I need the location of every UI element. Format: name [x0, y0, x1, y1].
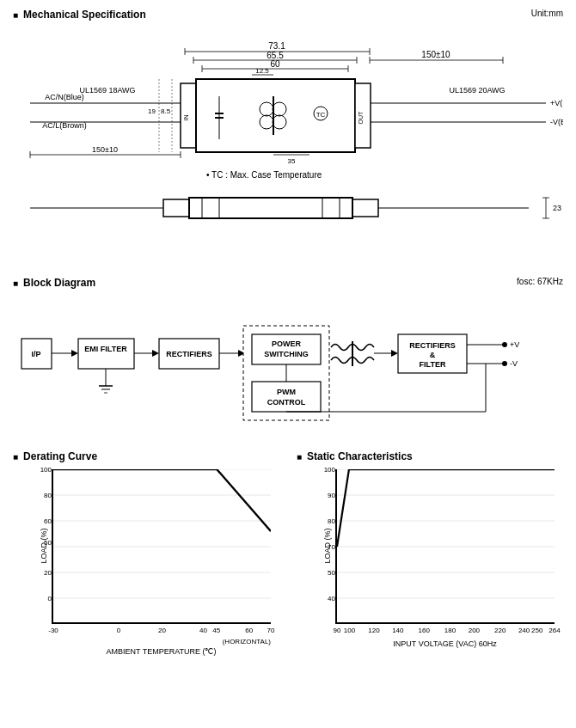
svg-rect-56	[189, 198, 352, 218]
svg-text:+V(Red): +V(Red)	[550, 99, 563, 107]
svg-point-99	[502, 342, 507, 347]
svg-text:I/P: I/P	[31, 350, 40, 358]
svg-text:POWER: POWER	[272, 340, 302, 348]
svg-text:&: &	[430, 351, 436, 359]
svg-marker-70	[71, 350, 78, 357]
svg-text:EMI FILTER: EMI FILTER	[84, 345, 127, 353]
svg-text:+V: +V	[510, 340, 519, 349]
svg-text:73.1: 73.1	[268, 41, 285, 51]
svg-rect-71	[78, 339, 134, 369]
svg-rect-17	[196, 79, 355, 152]
svg-text:-V(Black): -V(Black)	[550, 118, 563, 126]
derating-x-label: AMBIENT TEMPERATURE (℃)	[52, 647, 271, 656]
svg-text:RECTIFIERS: RECTIFIERS	[409, 341, 456, 350]
svg-text:PWM: PWM	[277, 388, 296, 396]
svg-text:• TC : Max. Case Temperature: • TC : Max. Case Temperature	[206, 170, 322, 180]
svg-rect-57	[352, 199, 378, 217]
svg-text:UL1569 18AWG: UL1569 18AWG	[79, 86, 135, 95]
svg-text:UL1569 20AWG: UL1569 20AWG	[449, 86, 505, 95]
svg-text:TC: TC	[316, 111, 326, 119]
svg-text:23: 23	[553, 204, 561, 212]
svg-text:12.5: 12.5	[255, 67, 269, 75]
derating-chart-container: Derating Curve LOAD (%)	[13, 450, 279, 656]
svg-text:19: 19	[148, 107, 156, 115]
svg-text:60: 60	[270, 59, 280, 69]
charts-row: Derating Curve LOAD (%)	[13, 450, 563, 656]
static-title: Static Characteristics	[297, 450, 563, 462]
svg-marker-93	[391, 350, 398, 357]
derating-horizontal-label: (HORIZONTAL)	[52, 638, 271, 645]
block-title: Block Diagram	[13, 277, 95, 289]
svg-text:8.5: 8.5	[161, 107, 171, 115]
svg-text:RECTIFIERS: RECTIFIERS	[166, 350, 212, 358]
svg-text:OUT: OUT	[358, 111, 364, 125]
static-chart: LOAD (%) 100	[335, 469, 555, 624]
svg-text:150±10: 150±10	[421, 50, 450, 59]
svg-rect-87	[252, 382, 321, 412]
mechanical-title: Mechanical Specification	[13, 9, 563, 21]
block-diagram: I/P EMI FILTER RECTIFIERS	[13, 300, 563, 437]
svg-text:SWITCHING: SWITCHING	[264, 350, 309, 358]
static-chart-container: Static Characteristics LOAD (%)	[297, 450, 563, 656]
svg-text:150±10: 150±10	[92, 145, 118, 154]
svg-text:35: 35	[288, 157, 296, 165]
svg-text:AC/L(Brown): AC/L(Brown)	[42, 121, 87, 130]
svg-text:IN: IN	[183, 115, 189, 121]
svg-rect-55	[163, 199, 189, 217]
svg-text:CONTROL: CONTROL	[267, 398, 306, 407]
mechanical-section: Mechanical Specification Unit:mm 73.1 65…	[13, 9, 563, 268]
derating-chart: LOAD (%) 10	[52, 469, 271, 624]
fosc-label: fosc: 67KHz	[517, 277, 563, 286]
svg-text:-V: -V	[510, 359, 518, 368]
mechanical-diagram: 73.1 65.5 60 150±10	[13, 28, 563, 268]
derating-title: Derating Curve	[13, 450, 279, 462]
svg-text:AC/N(Blue): AC/N(Blue)	[45, 93, 84, 101]
svg-text:FILTER: FILTER	[420, 360, 446, 369]
svg-point-102	[502, 361, 507, 366]
unit-label: Unit:mm	[531, 9, 563, 18]
block-section: Block Diagram fosc: 67KHz I/P EMI FILTER…	[13, 277, 563, 437]
svg-marker-78	[152, 350, 159, 357]
static-x-label: INPUT VOLTAGE (VAC) 60Hz	[335, 639, 555, 648]
